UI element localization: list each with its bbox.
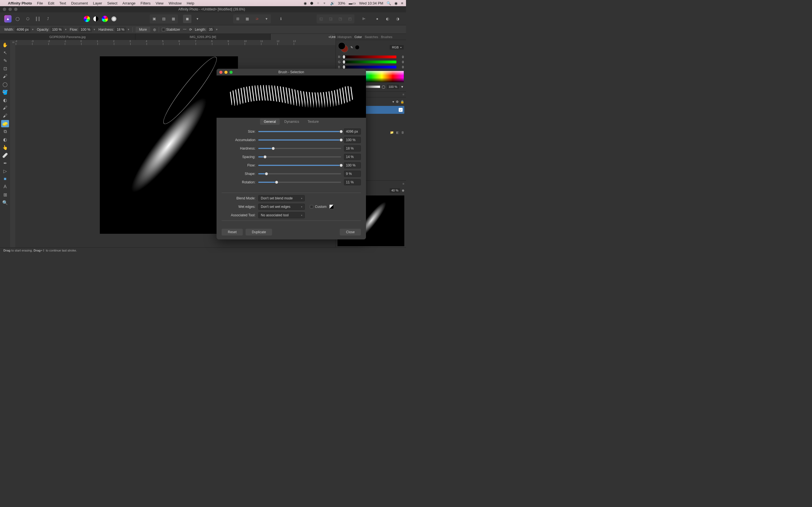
char-menu-icon[interactable]: ≡: [403, 182, 404, 185]
snap-magnet-icon[interactable]: ⊃: [253, 15, 261, 23]
menu-file[interactable]: File: [37, 1, 43, 5]
stabilizer-mode1-icon[interactable]: 〰: [183, 27, 186, 32]
selection-new-icon[interactable]: ▣: [150, 15, 158, 23]
marquee-tool[interactable]: ◯: [1, 80, 9, 88]
length-value[interactable]: 35: [207, 27, 214, 32]
prop-slider-4[interactable]: [258, 165, 341, 166]
liquify-persona-icon[interactable]: ◯: [13, 15, 22, 23]
flood-fill-tool[interactable]: 🪣: [1, 89, 9, 96]
prop-value-1[interactable]: 100 %: [344, 137, 361, 143]
doc-tab-0[interactable]: GOPR2659 Panorama.jpg: [0, 34, 135, 40]
opacity-value[interactable]: 100 %: [50, 27, 63, 32]
align-icon[interactable]: ⊫: [359, 15, 368, 23]
width-dropdown[interactable]: ▼: [32, 28, 34, 31]
dialog-tab-dynamics[interactable]: Dynamics: [280, 119, 303, 125]
siri-icon[interactable]: ◉: [395, 1, 398, 5]
menubar-clock[interactable]: Wed 10:34 PM: [359, 1, 384, 5]
g-slider[interactable]: [343, 61, 396, 63]
stabilizer-checkbox[interactable]: Stabilizer: [162, 27, 180, 32]
flow-dropdown[interactable]: ▼: [93, 28, 96, 31]
quick-mask-icon[interactable]: ◼: [183, 15, 192, 23]
prop-value-0[interactable]: 4096 px: [344, 128, 361, 135]
menu-layer[interactable]: Layer: [93, 1, 102, 5]
more-button[interactable]: More: [136, 27, 150, 33]
custom-checkbox[interactable]: [310, 205, 313, 209]
layer-lock-icon[interactable]: 🔒: [400, 100, 404, 104]
reset-button[interactable]: Reset: [221, 229, 243, 235]
prop-slider-6[interactable]: [258, 182, 341, 183]
layer-visibility-checkbox[interactable]: ✓: [399, 108, 403, 112]
stabilizer-mode2-icon[interactable]: ⟳: [189, 27, 192, 32]
length-dropdown[interactable]: ▼: [215, 28, 218, 31]
panel-menu-icon[interactable]: ≡: [403, 93, 404, 96]
layer-blend-dropdown[interactable]: ▾: [393, 100, 394, 104]
crop-tool[interactable]: ⊡: [1, 65, 9, 72]
opacity-dropdown[interactable]: ▼: [64, 28, 67, 31]
text-tool[interactable]: A: [1, 183, 9, 190]
prop-slider-2[interactable]: [258, 148, 341, 149]
contrast-icon[interactable]: [92, 15, 100, 23]
paint-brush-tool[interactable]: 🖌: [1, 104, 9, 112]
bluetooth-icon[interactable]: ⚪︎: [317, 1, 320, 5]
layer-folder-icon[interactable]: 📁: [390, 131, 394, 134]
develop-persona-icon[interactable]: ⬡: [23, 15, 32, 23]
pixel-tool[interactable]: 🖌: [1, 112, 9, 119]
char-opacity-value[interactable]: 40 %: [390, 188, 400, 193]
pressure-icon[interactable]: ◎: [153, 27, 156, 32]
menu-window[interactable]: Window: [168, 1, 182, 5]
shape-tool[interactable]: ■: [1, 175, 9, 182]
tab-histogram[interactable]: Histogram: [338, 35, 352, 39]
char-add-icon[interactable]: ⊕: [402, 189, 404, 192]
selection-brush-tool[interactable]: 🖌: [1, 73, 9, 80]
spotlight-icon[interactable]: 🔍: [387, 1, 391, 5]
lightness-icon[interactable]: [110, 15, 118, 23]
layer-mask-icon[interactable]: ◧: [396, 131, 399, 134]
photo-persona-icon[interactable]: ▲: [4, 15, 11, 22]
hardness-dropdown[interactable]: ▼: [127, 28, 130, 31]
tab-color[interactable]: Color: [354, 35, 362, 39]
snap-pixel-icon[interactable]: ▦: [243, 15, 251, 23]
channels-icon[interactable]: [84, 16, 90, 22]
prop-value-6[interactable]: 11 %: [344, 179, 361, 185]
wifi-icon[interactable]: 󠀠ᯤ: [323, 1, 327, 5]
geometry-add-icon[interactable]: ●: [373, 15, 382, 23]
wet-edges-select[interactable]: Don't set wet edges▾: [258, 204, 305, 210]
menubar-app-icon-1[interactable]: ◉: [304, 1, 307, 5]
mesh-tool[interactable]: ⊞: [1, 191, 9, 198]
arrange-4-icon[interactable]: ◰: [346, 15, 354, 23]
healing-tool[interactable]: 🩹: [1, 152, 9, 159]
zoom-tool[interactable]: 🔍: [1, 199, 9, 206]
clone-tool[interactable]: ⧉: [1, 128, 9, 135]
b-value[interactable]: 0: [398, 65, 404, 69]
prop-value-5[interactable]: 9 %: [344, 171, 361, 177]
menu-select[interactable]: Select: [107, 1, 117, 5]
arrange-2-icon[interactable]: ◲: [327, 15, 335, 23]
color-wheel-icon[interactable]: [102, 16, 108, 22]
minimize-window[interactable]: [8, 8, 12, 11]
selection-add-icon[interactable]: ▨: [160, 15, 168, 23]
battery-icon[interactable]: ▬▭: [349, 1, 356, 5]
blend-mode-select[interactable]: Don't set blend mode▾: [258, 195, 305, 202]
arrange-3-icon[interactable]: ◳: [336, 15, 344, 23]
node-tool[interactable]: ▷: [1, 167, 9, 175]
snap-grid-icon[interactable]: ⊞: [234, 15, 242, 23]
tab-brushes[interactable]: Brushes: [381, 35, 392, 39]
assistant-icon[interactable]: ℹ: [276, 15, 285, 23]
hand-tool[interactable]: ✋: [1, 41, 9, 48]
menu-arrange[interactable]: Arrange: [122, 1, 135, 5]
g-value[interactable]: 0: [398, 60, 404, 64]
notification-center-icon[interactable]: ≡: [401, 1, 403, 5]
menu-edit[interactable]: Edit: [48, 1, 54, 5]
opacity-full-icon[interactable]: ◯: [382, 85, 385, 89]
dialog-titlebar[interactable]: Brush - Selection: [216, 69, 366, 75]
associated-tool-select[interactable]: No associated tool▾: [258, 212, 305, 218]
close-window[interactable]: [3, 8, 6, 11]
r-slider[interactable]: [343, 55, 396, 58]
tone-map-persona-icon[interactable]: ║║: [34, 15, 42, 23]
flow-value[interactable]: 100 %: [79, 27, 92, 32]
zoom-window[interactable]: [14, 8, 17, 11]
panel-opacity-value[interactable]: 100 %: [387, 84, 399, 89]
pen-tool[interactable]: ✒: [1, 159, 9, 167]
selection-subtract-icon[interactable]: ▦: [169, 15, 177, 23]
export-persona-icon[interactable]: ⤴: [44, 15, 52, 23]
